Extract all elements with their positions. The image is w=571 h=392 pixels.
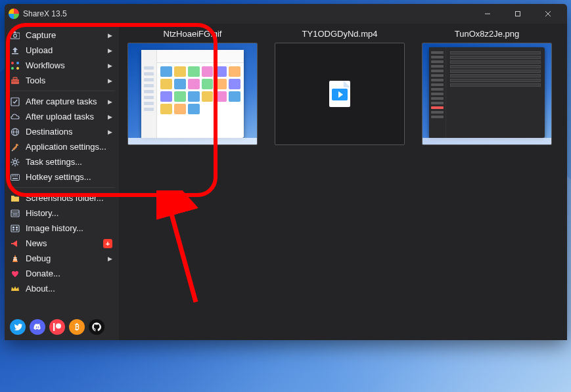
titlebar[interactable]: ShareX 13.5 xyxy=(5,4,567,24)
content-area: NtzHoaeiFG.gif xyxy=(119,24,567,340)
svg-rect-32 xyxy=(17,175,18,177)
svg-rect-42 xyxy=(16,229,18,230)
bitcoin-button[interactable]: ₿ xyxy=(69,319,85,335)
svg-rect-38 xyxy=(11,225,19,232)
after-capture-icon xyxy=(10,97,20,107)
patreon-button[interactable] xyxy=(49,319,65,335)
folder-icon xyxy=(10,193,20,204)
thumbnail-filename: TY1ODGDyNd.mp4 xyxy=(302,29,378,39)
thumbnail-preview[interactable] xyxy=(127,43,258,145)
preview-content xyxy=(141,50,244,138)
thumbnail-filename: NtzHoaeiFG.gif xyxy=(164,29,222,39)
gear-icon xyxy=(10,157,20,167)
svg-line-25 xyxy=(17,163,18,165)
discord-icon xyxy=(33,324,42,331)
maximize-button[interactable] xyxy=(503,4,533,24)
menu-news[interactable]: News + xyxy=(5,236,119,251)
svg-rect-39 xyxy=(12,227,14,229)
toolbox-icon xyxy=(10,76,20,86)
after-upload-icon xyxy=(10,112,20,122)
svg-point-19 xyxy=(14,160,17,163)
svg-point-11 xyxy=(16,67,19,70)
wrench-icon xyxy=(10,142,20,152)
svg-rect-30 xyxy=(14,175,15,177)
minimize-button[interactable] xyxy=(472,4,503,24)
twitter-button[interactable] xyxy=(10,319,26,335)
svg-rect-29 xyxy=(12,175,13,177)
chevron-right-icon: ▶ xyxy=(108,114,112,120)
preview-content xyxy=(429,47,545,138)
menu-hotkey-settings[interactable]: Hotkey settings... xyxy=(5,169,119,185)
chevron-right-icon: ▶ xyxy=(108,47,112,54)
thumbnail-item[interactable]: TY1ODGDyNd.mp4 xyxy=(274,29,405,145)
menu-history[interactable]: History... xyxy=(5,206,119,221)
menu-destinations[interactable]: Destinations ▶ xyxy=(5,124,119,139)
svg-rect-6 xyxy=(13,32,16,33)
bitcoin-icon: ₿ xyxy=(75,322,80,332)
svg-line-27 xyxy=(12,163,14,165)
keyboard-icon xyxy=(10,172,20,183)
thumbnail-filename: TunOx8z2Je.png xyxy=(455,29,520,39)
close-button[interactable] xyxy=(533,4,563,24)
app-icon xyxy=(9,9,19,19)
chevron-right-icon: ▶ xyxy=(108,129,112,135)
menu-image-history[interactable]: Image history... xyxy=(5,221,119,236)
menu-tools[interactable]: Tools ▶ xyxy=(5,73,119,88)
history-icon xyxy=(10,208,20,219)
svg-rect-33 xyxy=(12,178,18,179)
github-button[interactable] xyxy=(89,319,104,335)
menu-about[interactable]: About... xyxy=(5,281,119,296)
svg-rect-14 xyxy=(13,77,17,79)
workflows-icon xyxy=(10,60,20,71)
sidebar: Capture ▶ Upload ▶ Workflows ▶ xyxy=(5,24,119,340)
svg-point-46 xyxy=(56,324,61,329)
menu-workflows[interactable]: Workflows ▶ xyxy=(5,58,119,73)
chevron-right-icon: ▶ xyxy=(108,98,112,105)
menu-after-capture-tasks[interactable]: After capture tasks ▶ xyxy=(5,94,119,109)
svg-line-24 xyxy=(12,159,14,160)
chevron-right-icon: ▶ xyxy=(108,255,112,262)
svg-rect-12 xyxy=(11,79,19,84)
svg-rect-4 xyxy=(11,33,20,39)
menu-donate[interactable]: Donate... xyxy=(5,266,119,281)
twitter-icon xyxy=(14,324,22,331)
menu-upload[interactable]: Upload ▶ xyxy=(5,43,119,58)
menu-capture[interactable]: Capture ▶ xyxy=(5,28,119,43)
chevron-right-icon: ▶ xyxy=(108,62,112,69)
window-title: ShareX 13.5 xyxy=(23,9,67,18)
chevron-right-icon: ▶ xyxy=(108,32,112,39)
svg-rect-45 xyxy=(53,323,55,331)
svg-point-8 xyxy=(11,62,14,64)
menu-debug[interactable]: Debug ▶ xyxy=(5,251,119,266)
discord-button[interactable] xyxy=(30,319,45,335)
upload-icon xyxy=(10,45,20,56)
svg-point-10 xyxy=(11,67,14,70)
thumbnail-item[interactable]: NtzHoaeiFG.gif xyxy=(127,29,258,145)
svg-rect-31 xyxy=(15,175,16,177)
svg-point-9 xyxy=(16,62,19,64)
chevron-right-icon: ▶ xyxy=(108,77,112,84)
svg-line-26 xyxy=(17,159,18,160)
minimize-icon xyxy=(484,11,491,17)
app-window: ShareX 13.5 Capture ▶ xyxy=(5,4,567,340)
menu-task-settings[interactable]: Task settings... xyxy=(5,154,119,169)
news-badge: + xyxy=(103,239,112,248)
cone-icon xyxy=(10,253,20,264)
menu-application-settings[interactable]: Application settings... xyxy=(5,139,119,154)
menu-screenshots-folder[interactable]: Screenshots folder... xyxy=(5,190,119,206)
thumbnail-preview[interactable] xyxy=(275,43,405,145)
patreon-icon xyxy=(53,323,61,331)
svg-rect-40 xyxy=(16,227,18,229)
thumbnail-preview[interactable] xyxy=(422,43,552,145)
camera-icon xyxy=(10,30,20,41)
heart-icon xyxy=(10,269,20,279)
globe-icon xyxy=(10,127,20,137)
svg-rect-43 xyxy=(14,257,17,259)
close-icon xyxy=(545,11,551,17)
video-file-icon xyxy=(329,81,350,107)
svg-rect-1 xyxy=(516,12,520,16)
menu-divider xyxy=(9,91,115,91)
crown-icon xyxy=(10,284,20,294)
menu-after-upload-tasks[interactable]: After upload tasks ▶ xyxy=(5,109,119,124)
thumbnail-item[interactable]: TunOx8z2Je.png xyxy=(421,29,553,145)
